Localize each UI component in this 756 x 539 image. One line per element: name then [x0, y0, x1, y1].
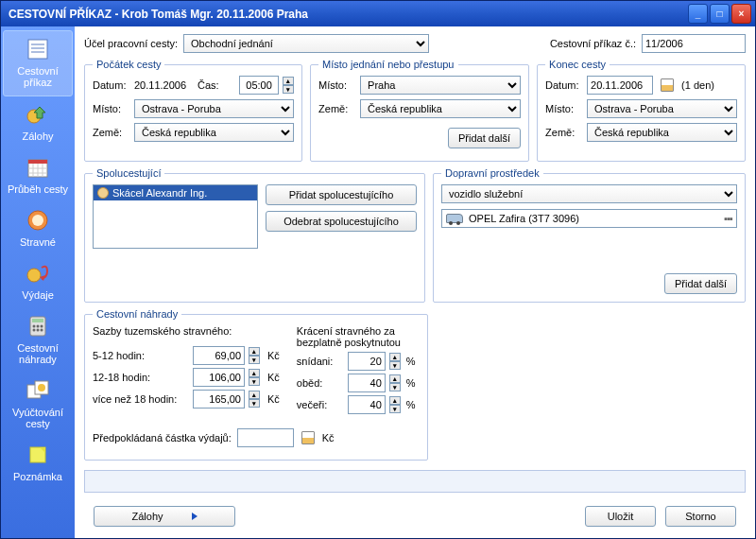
cas-spinner[interactable]: ▴▾: [283, 77, 294, 94]
pocatek-legend: Počátek cesty: [93, 59, 164, 70]
form-icon: [24, 35, 52, 63]
obed-label: oběd:: [297, 377, 342, 389]
sidebar-item-vydaje[interactable]: Výdaje: [1, 255, 75, 308]
konec-zeme-label: Země:: [545, 127, 581, 138]
vehicle-dots-icon[interactable]: ▪▪▪: [724, 213, 732, 224]
close-button[interactable]: ×: [731, 4, 751, 24]
jednani-misto-select[interactable]: Praha: [360, 76, 521, 95]
pct-unit: %: [406, 377, 416, 389]
sidebar-item-label: Cestovní náhrady: [3, 342, 73, 365]
r3-spinner[interactable]: ▴▾: [249, 391, 260, 408]
sidebar-item-zalohy[interactable]: Zálohy: [1, 96, 75, 149]
svg-point-25: [38, 384, 45, 391]
pocatek-zeme-label: Země:: [93, 127, 129, 138]
arrow-right-icon: [192, 513, 198, 520]
pocatek-zeme-select[interactable]: Česká republika: [134, 123, 294, 142]
doprava-legend: Dopravní prostředek: [441, 167, 543, 179]
konec-datum-label: Datum:: [545, 79, 581, 91]
spolucest-list[interactable]: Skácel Alexandr Ing.: [93, 184, 258, 249]
person-icon: [97, 187, 109, 199]
r2-input[interactable]: [193, 368, 245, 387]
window-title: CESTOVNÍ PŘÍKAZ - Krob Tomáš Mgr. 20.11.…: [5, 8, 688, 21]
doprava-typ-select[interactable]: vozidlo služební: [441, 184, 737, 203]
konec-fieldset: Konec cesty Datum: (1 den) Místo: Ostrav…: [537, 59, 746, 162]
pridat-spolucest-button[interactable]: Přidat spolucestujícího: [266, 184, 417, 205]
obed-spinner[interactable]: ▴▾: [389, 374, 401, 391]
svg-point-14: [27, 269, 41, 282]
prikaz-input[interactable]: [642, 34, 746, 53]
calculator-icon: [24, 312, 52, 340]
pct-unit: %: [406, 399, 416, 410]
expense-icon: [24, 259, 52, 287]
prikaz-label: Cestovní příkaz č.:: [550, 38, 636, 49]
calendar-picker-icon[interactable]: [661, 78, 674, 92]
svg-point-13: [32, 215, 43, 226]
vecere-label: večeři:: [297, 399, 342, 410]
jednani-pridat-button[interactable]: Přidat další: [448, 128, 521, 148]
pocatek-misto-select[interactable]: Ostrava - Poruba: [134, 99, 294, 118]
save-button[interactable]: Uložit: [585, 506, 656, 527]
svg-rect-6: [28, 160, 47, 164]
pct-unit: %: [406, 356, 416, 367]
sidebar-item-nahrady[interactable]: Cestovní náhrady: [1, 308, 75, 373]
konec-legend: Konec cesty: [545, 59, 610, 70]
vecere-spinner[interactable]: ▴▾: [389, 396, 401, 413]
sidebar: Cestovní příkaz Zálohy Průběh cesty Stra…: [1, 26, 75, 538]
jednani-legend: Místo jednání nebo přestupu: [318, 59, 457, 70]
nav-zalohy-button[interactable]: Zálohy: [94, 506, 235, 527]
spolucest-legend: Spolucestující: [93, 167, 164, 179]
predpokl-input[interactable]: [237, 428, 294, 447]
pocatek-misto-label: Místo:: [93, 103, 129, 114]
konec-zeme-select[interactable]: Česká republika: [587, 123, 737, 142]
spolucest-item[interactable]: Skácel Alexandr Ing.: [94, 185, 257, 200]
nav-zalohy-label: Zálohy: [131, 511, 163, 522]
konec-datum-input[interactable]: [587, 76, 653, 95]
jednani-zeme-select[interactable]: Česká republika: [360, 99, 521, 118]
r1-label: 5-12 hodin:: [93, 350, 187, 361]
sidebar-item-stravne[interactable]: Stravné: [1, 202, 75, 255]
svg-rect-16: [32, 319, 43, 322]
r1-spinner[interactable]: ▴▾: [249, 347, 260, 364]
app-window: CESTOVNÍ PŘÍKAZ - Krob Tomáš Mgr. 20.11.…: [0, 0, 756, 539]
konec-misto-select[interactable]: Ostrava - Poruba: [587, 99, 737, 118]
sidebar-item-label: Vyúčtování cesty: [3, 407, 73, 429]
kc-unit: Kč: [267, 372, 280, 383]
sidebar-item-prubeh[interactable]: Průběh cesty: [1, 149, 75, 202]
r2-spinner[interactable]: ▴▾: [249, 369, 260, 386]
advance-icon: [24, 100, 52, 129]
vehicle-box[interactable]: OPEL Zafira (3T7 3096) ▪▪▪: [441, 209, 737, 228]
calendar-icon: [24, 153, 52, 182]
predpokl-label: Předpokládaná částka výdajů:: [93, 432, 232, 443]
nahrady-legend: Cestovní náhrady: [93, 308, 181, 320]
doprava-fieldset: Dopravní prostředek vozidlo služební OPE…: [433, 167, 746, 303]
kc-unit: Kč: [267, 393, 280, 405]
odebrat-spolucest-button[interactable]: Odebrat spolucestujícího: [266, 211, 417, 232]
jednani-zeme-label: Země:: [318, 103, 354, 114]
cancel-button[interactable]: Storno: [665, 506, 736, 527]
sidebar-item-vyuctovani[interactable]: Vyúčtování cesty: [1, 373, 75, 437]
r3-input[interactable]: [193, 390, 245, 409]
sidebar-item-label: Výdaje: [22, 289, 54, 301]
spolucest-name: Skácel Alexandr Ing.: [112, 187, 207, 199]
snidani-label: snídani:: [297, 356, 342, 367]
snidani-input[interactable]: [348, 352, 386, 371]
obed-input[interactable]: [348, 374, 386, 392]
r1-input[interactable]: [193, 346, 245, 365]
pocatek-cas-input[interactable]: [239, 76, 279, 95]
sidebar-item-cestovni-prikaz[interactable]: Cestovní příkaz: [3, 30, 73, 96]
sidebar-item-label: Průběh cesty: [8, 183, 68, 195]
minimize-button[interactable]: _: [688, 4, 708, 24]
calc-helper-icon[interactable]: [301, 431, 315, 444]
note-icon: [24, 441, 52, 469]
svg-rect-0: [28, 40, 47, 59]
svg-point-21: [37, 329, 40, 332]
ucel-label: Účel pracovní cesty:: [84, 38, 178, 49]
footer: Zálohy Uložit Storno: [84, 498, 746, 534]
ucel-select[interactable]: Obchodní jednání: [183, 34, 429, 53]
vecere-input[interactable]: [348, 395, 386, 414]
konec-misto-label: Místo:: [545, 103, 581, 114]
maximize-button[interactable]: □: [710, 4, 730, 24]
doprava-pridat-button[interactable]: Přidat další: [664, 273, 737, 294]
sidebar-item-poznamka[interactable]: Poznámka: [1, 437, 75, 490]
snidani-spinner[interactable]: ▴▾: [389, 353, 401, 370]
